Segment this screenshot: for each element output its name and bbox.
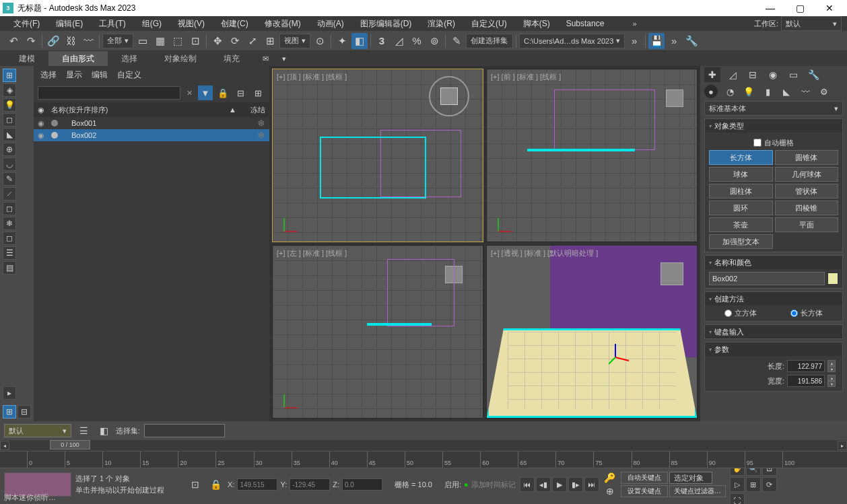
spinner-up-icon[interactable]: ▴ bbox=[827, 360, 836, 366]
helper-icon[interactable]: ⊕ bbox=[3, 143, 16, 156]
menu-group[interactable]: 组(G) bbox=[134, 16, 170, 32]
maximize-button[interactable]: ▢ bbox=[785, 0, 815, 16]
radio-box[interactable] bbox=[790, 310, 798, 317]
paint-icon[interactable]: ✎ bbox=[3, 172, 16, 186]
lock-sel-icon[interactable]: 🔒 bbox=[207, 476, 224, 493]
rollout-name-color[interactable]: 名称和颜色 bbox=[705, 256, 842, 269]
doc-icon[interactable]: ▤ bbox=[3, 261, 16, 275]
expand-icon[interactable]: ▸ bbox=[3, 386, 16, 400]
list-icon[interactable]: ☰ bbox=[3, 246, 16, 260]
shape-icon[interactable]: ◡ bbox=[3, 157, 16, 171]
utilities-tab-icon[interactable]: 🔧 bbox=[805, 67, 821, 82]
select-icon[interactable]: ▭ bbox=[135, 33, 151, 49]
goto-start-icon[interactable]: ⏮ bbox=[520, 477, 535, 492]
ruler-icon[interactable]: ◣ bbox=[3, 128, 16, 141]
visibility-icon[interactable]: ◉ bbox=[38, 119, 47, 128]
autogrid-checkbox[interactable] bbox=[753, 139, 761, 147]
hierarchy-icon[interactable]: ⊟ bbox=[233, 85, 248, 100]
menu-graph[interactable]: 图形编辑器(D) bbox=[352, 16, 420, 32]
prim-textplus[interactable]: 加强型文本 bbox=[709, 234, 773, 249]
snow-icon[interactable]: ❄ bbox=[3, 217, 16, 230]
ribbon-dropdown-icon[interactable]: ▾ bbox=[277, 52, 291, 65]
autokey-button[interactable]: 自动关键点 bbox=[621, 472, 668, 484]
workspace-dropdown[interactable]: 默认▾ bbox=[781, 16, 842, 31]
layer-icon[interactable]: ◈ bbox=[3, 83, 16, 97]
rollout-creation-method[interactable]: 创建方法 bbox=[705, 292, 842, 305]
menu-tools[interactable]: 工具(T) bbox=[91, 16, 133, 32]
settings-icon[interactable]: 🔧 bbox=[683, 33, 700, 49]
viewcube-icon[interactable] bbox=[429, 76, 469, 116]
param-length-input[interactable] bbox=[787, 360, 825, 372]
object-name-input[interactable] bbox=[709, 272, 825, 285]
prim-cone[interactable]: 圆锥体 bbox=[775, 150, 839, 165]
next-frame-icon[interactable]: ▮▸ bbox=[568, 477, 583, 492]
menu-file[interactable]: 文件(F) bbox=[5, 16, 48, 32]
ribbon-tab-select[interactable]: 选择 bbox=[108, 51, 151, 67]
hierarchy-tab-icon[interactable]: ⊟ bbox=[745, 67, 761, 82]
clear-search-icon[interactable]: ✕ bbox=[183, 87, 195, 99]
scene-tab-custom[interactable]: 自定义 bbox=[117, 69, 141, 81]
spinner-down-icon[interactable]: ▾ bbox=[827, 381, 836, 387]
timeline[interactable]: 0510152025303540455055606570758085909510… bbox=[0, 451, 847, 468]
rotate-icon[interactable]: ⟳ bbox=[227, 33, 243, 49]
select-region-icon[interactable]: ⬚ bbox=[170, 33, 186, 49]
scene-item-box002[interactable]: ◉ Box002 ❄ bbox=[34, 129, 269, 141]
refcoord-dropdown[interactable]: 视图 ▾ bbox=[279, 34, 310, 48]
undo-icon[interactable]: ↶ bbox=[5, 33, 22, 49]
fov-icon[interactable]: ▷ bbox=[730, 477, 745, 492]
prev-frame-icon[interactable]: ◂▮ bbox=[536, 477, 551, 492]
select-name-icon[interactable]: ▦ bbox=[152, 33, 168, 49]
freeze-icon[interactable]: ❄ bbox=[257, 118, 265, 129]
scale-icon[interactable]: ⤢ bbox=[244, 33, 261, 49]
pivot-icon[interactable]: ⊙ bbox=[312, 33, 328, 49]
menu-edit[interactable]: 编辑(E) bbox=[48, 16, 91, 32]
geometry-icon[interactable]: ● bbox=[704, 85, 718, 98]
visibility-icon[interactable]: ◉ bbox=[38, 131, 47, 140]
menu-view[interactable]: 视图(V) bbox=[170, 16, 213, 32]
orbit-icon[interactable]: ⟳ bbox=[762, 477, 777, 492]
project-path[interactable]: C:\Users\Ad…ds Max 2023 ▾ bbox=[519, 34, 625, 48]
freeze-icon[interactable]: ❄ bbox=[257, 130, 265, 141]
time-config-icon[interactable]: ⊕ bbox=[603, 485, 617, 497]
selset-dropdown[interactable]: 创建选择集 bbox=[466, 34, 513, 48]
viewport-layout2-icon[interactable]: ⊟ bbox=[18, 405, 31, 419]
lock-icon[interactable]: 🔒 bbox=[215, 85, 230, 100]
window-crossing-icon[interactable]: ⊡ bbox=[187, 33, 203, 49]
prim-geosphere[interactable]: 几何球体 bbox=[775, 167, 839, 182]
rollout-keyboard-entry[interactable]: 键盘输入 bbox=[705, 325, 842, 338]
snap-icon[interactable]: 3 bbox=[374, 33, 390, 49]
menu-create[interactable]: 创建(C) bbox=[213, 16, 257, 32]
viewcube-icon[interactable] bbox=[660, 262, 683, 285]
scene-item-box001[interactable]: ◉ Box001 ❄ bbox=[34, 117, 269, 129]
minimize-button[interactable]: — bbox=[755, 0, 785, 16]
default-dropdown[interactable]: 默认▾ bbox=[4, 424, 71, 437]
edit-selset-icon[interactable]: ✎ bbox=[448, 33, 465, 49]
radio-cube[interactable] bbox=[724, 310, 732, 317]
selobj-dropdown[interactable]: 选定对象 bbox=[669, 472, 712, 484]
scene-tab-select[interactable]: 选择 bbox=[40, 69, 57, 81]
menu-render[interactable]: 渲染(R) bbox=[419, 16, 463, 32]
save-icon[interactable]: 💾 bbox=[648, 33, 665, 49]
time-prev-icon[interactable]: ◂ bbox=[0, 441, 9, 450]
rollout-parameters[interactable]: 参数 bbox=[705, 343, 842, 356]
close-button[interactable]: ✕ bbox=[815, 0, 844, 16]
move-icon[interactable]: ✥ bbox=[209, 33, 226, 49]
toolbar-overflow2-icon[interactable]: » bbox=[666, 33, 682, 49]
prim-teapot[interactable]: 茶壶 bbox=[709, 217, 773, 232]
menu-customize[interactable]: 自定义(U) bbox=[463, 16, 515, 32]
add-time-tag[interactable]: 添加时间标记 bbox=[471, 480, 516, 490]
freeze-column[interactable]: 冻结 bbox=[238, 105, 265, 115]
display-tab-icon[interactable]: ▭ bbox=[785, 67, 801, 82]
time-slider[interactable]: 0 / 100 bbox=[23, 440, 824, 451]
spinner-down-icon[interactable]: ▾ bbox=[827, 366, 836, 372]
ribbon-tab-fill[interactable]: 填充 bbox=[210, 51, 253, 67]
time-next-icon[interactable]: ▸ bbox=[838, 441, 847, 450]
coord-x-input[interactable] bbox=[237, 478, 277, 491]
viewport-layout1-icon[interactable]: ⊞ bbox=[3, 405, 16, 419]
explorer-icon[interactable]: ⊞ bbox=[3, 69, 16, 82]
sort-icon[interactable]: ▲ bbox=[229, 106, 238, 114]
helpers-icon[interactable]: ◣ bbox=[780, 85, 793, 98]
prim-plane[interactable]: 平面 bbox=[775, 217, 839, 232]
selset-dropdown[interactable] bbox=[144, 424, 225, 437]
isolate-sel-icon[interactable]: ⊡ bbox=[187, 476, 203, 493]
